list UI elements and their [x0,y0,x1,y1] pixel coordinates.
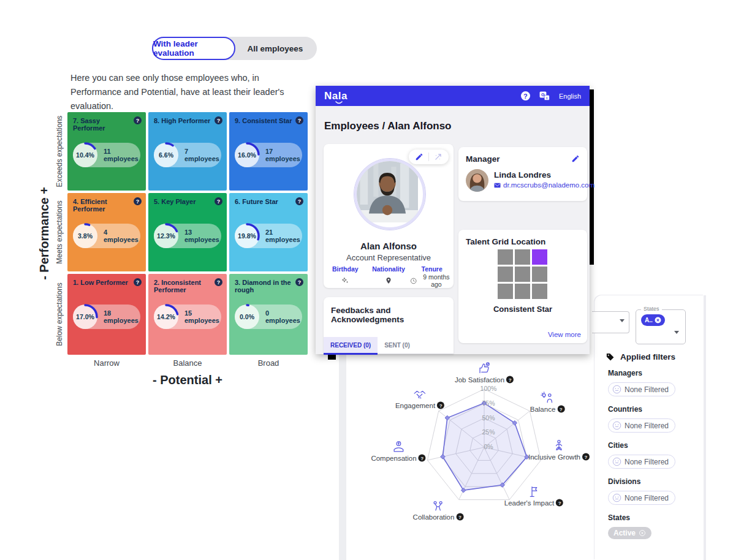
talent-grid-cell[interactable]: 5. Key Player?12.3%13 employees [148,193,227,271]
help-icon[interactable]: ? [134,278,142,286]
states-dropdown[interactable]: States A.. [636,309,686,344]
evaluation-toggle: With leader evaluation All employees [152,37,317,60]
thumbs-up-icon [477,362,491,376]
col-label-broad: Broad [258,358,279,368]
talent-grid-cell[interactable]: 9. Consistent Star?16.0%17 employees [229,112,308,191]
help-icon[interactable]: ? [134,116,142,124]
cell-stats-pill: 16.0%17 employees [235,143,302,167]
nationality-label: Nationality [367,265,411,273]
mini-grid-square [532,267,547,282]
manager-email[interactable]: dr.mcscrubs@nalademo.com [494,181,594,189]
help-icon[interactable]: ? [295,278,303,286]
cell-employee-count: 4 employees [104,224,140,248]
breadcrumb: Employees / Alan Alfonso [324,120,452,132]
cell-employee-count: 17 employees [265,143,302,167]
cell-title: 9. Consistent Star [235,117,293,124]
axis-label-text: Job Satisfaction [455,376,504,384]
app-header-bar: Nala ? G t English [316,86,590,106]
mini-grid-square [515,267,530,282]
help-icon[interactable]: ? [456,513,463,521]
tab-sent[interactable]: SENT (0) [378,337,417,354]
scrollbar[interactable] [704,295,706,560]
manager-avatar [466,169,488,192]
talent-grid-cell[interactable]: 6. Future Star?19.8%21 employees [229,193,308,271]
progress-arc [153,142,180,168]
cell-stats-pill: 10.4%11 employees [73,143,140,167]
progress-arc [153,222,180,249]
help-icon[interactable]: ? [295,116,303,124]
logo-smile-icon [335,101,343,104]
employee-name: Alan Alfonso [324,241,454,251]
envelope-icon [494,183,501,188]
help-icon[interactable]: ? [215,116,222,124]
cell-title: 8. High Performer [154,117,212,124]
hand-coin-icon [392,441,405,454]
profile-actions [409,149,449,164]
svg-text:75%: 75% [482,399,495,407]
radar-axis-label: Job Satisfaction? [455,362,514,384]
mini-grid-square [498,249,513,265]
help-icon[interactable]: ? [437,402,444,409]
talent-position-label: Consistent Star [458,305,587,314]
growth-person-icon [552,439,566,453]
help-icon[interactable]: ? [134,197,142,205]
collaboration-people-icon [431,499,445,513]
row-label-meets: Meets expectations [55,200,64,263]
progress-arc [234,142,260,168]
help-icon[interactable]: ? [557,406,564,413]
states-selected-chip[interactable]: A.. [641,314,665,326]
cell-stats-pill: 12.3%13 employees [154,224,221,248]
talent-location-heading: Talent Grid Location [466,237,545,246]
help-icon[interactable]: ? [506,376,514,384]
nala-logo[interactable]: Nala [324,90,348,102]
radar-chart: 100%75%50%25%0%Job Satisfaction?Balance?… [346,354,704,560]
profile-card: Alan Alfonso Account Representative Birt… [324,144,454,288]
cell-stats-pill: 0.0%0 employees [235,305,302,329]
help-icon[interactable]: ? [215,197,222,205]
cell-title: 6. Future Star [235,198,293,205]
cell-stats-pill: 14.2%15 employees [154,305,221,329]
edit-pencil-icon[interactable] [415,153,423,161]
partial-dropdown[interactable] [592,311,629,333]
tab-received[interactable]: RECEIVED (0) [324,337,378,355]
axis-label-text: Engagement [395,402,435,409]
rocket-icon[interactable] [434,153,442,161]
location-pin-icon [385,276,392,285]
remove-chip-icon[interactable] [655,317,661,324]
help-icon[interactable]: ? [582,453,590,461]
language-selector[interactable]: English [559,93,581,100]
talent-grid-cell[interactable]: 2. Inconsistent Performer?14.2%15 employ… [148,274,227,355]
svg-text:25%: 25% [482,428,495,436]
talent-grid-cell[interactable]: 1. Low Performer?17.0%18 employees [67,274,146,355]
help-icon[interactable]: ? [521,91,530,100]
tenure-value: 9 months ago [419,273,454,288]
potential-axis-label: - Potential + [153,373,222,387]
toggle-all-employees[interactable]: All employees [235,37,315,60]
talent-grid-cell[interactable]: 3. Diamond in the rough?0.0%0 employees [229,274,308,355]
toggle-with-leader-evaluation[interactable]: With leader evaluation [152,37,235,60]
screenshot-root: With leader evaluation All employees Her… [0,0,733,560]
view-more-link[interactable]: View more [548,331,581,338]
states-dropdown-label: States [641,306,662,312]
mini-grid-square [515,249,530,265]
cell-employee-count: 15 employees [184,305,221,329]
radar-axis-label: Balance? [530,392,565,413]
cell-stats-pill: 17.0%18 employees [73,305,140,329]
col-label-balance: Balance [173,358,202,368]
cell-employee-count: 0 employees [265,305,302,329]
cell-employee-count: 11 employees [104,143,140,167]
help-icon[interactable]: ? [556,499,563,507]
translate-icon[interactable]: G t [539,91,550,100]
talent-location-card: Talent Grid Location Consistent Star Vie… [458,230,587,343]
help-icon[interactable]: ? [215,278,222,286]
avatar [354,159,425,230]
talent-grid-cell[interactable]: 4. Efficient Performer?3.8%4 employees [67,193,146,271]
chevron-down-icon [620,319,625,322]
talent-grid-cell[interactable]: 7. Sassy Performer?10.4%11 employees [67,112,146,191]
help-icon[interactable]: ? [295,197,303,205]
performance-axis-label: - Performance + [37,187,51,280]
progress-arc [72,222,99,249]
help-icon[interactable]: ? [419,455,426,462]
talent-grid-cell[interactable]: 8. High Performer?6.6%7 employees [148,112,227,191]
edit-pencil-icon[interactable] [571,154,580,163]
